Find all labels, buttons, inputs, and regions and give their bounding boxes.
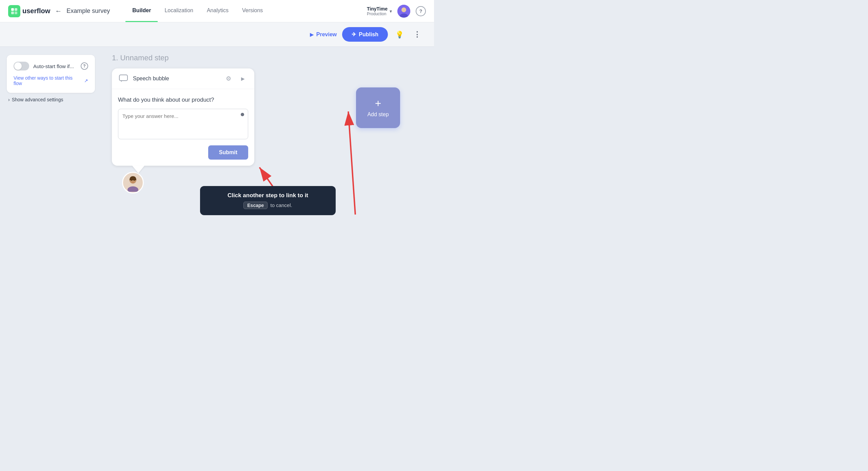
logo-text: userflow [22, 7, 50, 15]
svg-rect-3 [15, 12, 17, 14]
auto-start-help-icon[interactable]: ? [81, 62, 88, 70]
escape-badge: Escape [243, 202, 268, 209]
svg-line-15 [348, 111, 355, 214]
nav-tabs: Builder Localization Analytics Versions [125, 0, 270, 22]
answer-dot [241, 113, 244, 116]
svg-rect-2 [11, 12, 14, 14]
lightbulb-icon: 💡 [395, 30, 404, 39]
send-icon: ✈ [352, 31, 356, 38]
left-panel: Auto-start flow if... ? View other ways … [0, 47, 102, 236]
top-navigation: userflow ← Example survey Builder Locali… [0, 0, 434, 22]
question-text: What do you think about our product? [118, 96, 248, 104]
logo-icon [8, 5, 20, 17]
step-card-actions: ⚙ ▶ [223, 73, 248, 84]
tab-versions[interactable]: Versions [235, 0, 270, 22]
svg-point-5 [401, 7, 406, 12]
add-step-label: Add step [367, 111, 389, 118]
speech-bubble-icon [118, 73, 129, 84]
svg-rect-1 [15, 8, 17, 11]
toast: Click another step to link to it Escape … [200, 186, 336, 215]
play-button[interactable]: ▶ [237, 73, 248, 84]
help-icon[interactable]: ? [416, 6, 426, 16]
play-icon: ▶ [241, 76, 245, 81]
plus-icon: + [375, 98, 381, 109]
publish-button[interactable]: ✈ Publish [342, 27, 388, 42]
step-header: 1. Unnamed step [112, 54, 424, 62]
logo-area: userflow ← Example survey [8, 5, 119, 17]
show-advanced-settings[interactable]: › Show advanced settings [7, 93, 95, 106]
user-info[interactable]: TinyTime Production ▾ [367, 6, 392, 16]
step-name: Unnamed step [120, 54, 169, 62]
step-type-label: Speech bubble [133, 76, 219, 82]
svg-rect-0 [11, 8, 14, 11]
step-number: 1. [112, 54, 118, 62]
auto-start-card: Auto-start flow if... ? View other ways … [7, 55, 95, 93]
answer-input-wrap [118, 109, 248, 141]
bot-avatar [122, 172, 144, 193]
view-ways-link[interactable]: View other ways to start this flow ↗ [14, 75, 88, 86]
preview-play-icon: ▶ [310, 32, 314, 37]
auto-start-toggle-row: Auto-start flow if... ? [14, 62, 88, 70]
toast-container: Click another step to link to it Escape … [200, 186, 336, 215]
step-card: Speech bubble ⚙ ▶ What do you think abou… [112, 68, 254, 166]
auto-start-toggle[interactable] [14, 62, 29, 70]
submit-button[interactable]: Submit [208, 145, 248, 160]
lightbulb-button[interactable]: 💡 [393, 28, 406, 41]
user-subtitle: Production [367, 12, 388, 16]
settings-button[interactable]: ⚙ [223, 73, 234, 84]
gear-icon: ⚙ [226, 75, 231, 82]
more-icon: ⋮ [413, 30, 421, 39]
toggle-thumb [14, 62, 22, 70]
back-button[interactable]: ← [55, 7, 62, 15]
main-content: Auto-start flow if... ? View other ways … [0, 47, 434, 236]
answer-textarea[interactable] [118, 109, 248, 139]
tab-builder[interactable]: Builder [125, 0, 158, 22]
tab-localization[interactable]: Localization [158, 0, 200, 22]
preview-button[interactable]: ▶ Preview [310, 32, 337, 38]
svg-rect-7 [119, 75, 127, 81]
step-card-header: Speech bubble ⚙ ▶ [112, 68, 254, 89]
svg-point-11 [131, 180, 132, 181]
chevron-down-icon: › [8, 97, 10, 102]
step-card-body: What do you think about our product? Sub… [112, 89, 254, 166]
logo: userflow [8, 5, 50, 17]
more-options-button[interactable]: ⋮ [411, 28, 423, 41]
toast-main-text: Click another step to link to it [208, 192, 328, 199]
nav-right: TinyTime Production ▾ ? [367, 5, 426, 18]
chevron-down-icon: ▾ [390, 8, 392, 14]
add-step-button[interactable]: + Add step [356, 87, 400, 128]
canvas-area: 1. Unnamed step Speech bubble ⚙ [102, 47, 434, 236]
auto-start-label: Auto-start flow if... [33, 63, 74, 69]
tab-analytics[interactable]: Analytics [200, 0, 235, 22]
user-name: TinyTime [367, 6, 388, 12]
external-link-icon: ↗ [84, 78, 88, 83]
toast-sub-text: Escape to cancel. [208, 202, 328, 209]
avatar[interactable] [397, 5, 410, 18]
svg-point-12 [134, 180, 135, 181]
survey-title: Example survey [66, 7, 110, 15]
speech-bubble-tail [132, 166, 144, 173]
secondary-toolbar: ▶ Preview ✈ Publish 💡 ⋮ [0, 22, 434, 47]
